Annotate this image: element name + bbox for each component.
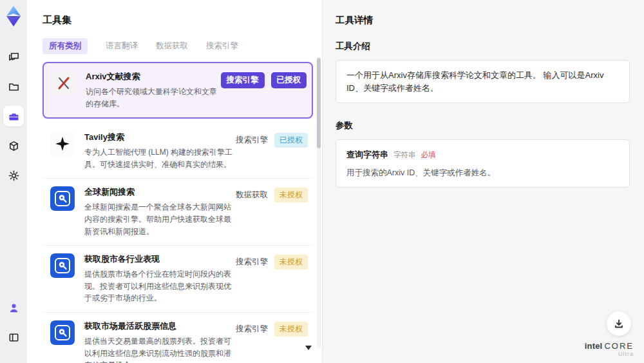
panel-toggle-icon [8, 331, 20, 344]
cube-icon [8, 140, 20, 152]
core-wordmark: CORE [604, 341, 634, 351]
category-badge: 搜索引擎 [221, 72, 265, 88]
intel-core-logo: intelCORE Ultra [585, 340, 634, 358]
user-avatar[interactable] [3, 297, 24, 318]
chat-icon [8, 51, 20, 63]
tool-list-panel: 工具集 所有类别 语言翻译 数据获取 搜索引擎 Arxiv文献搜索 访问各个研究… [27, 0, 322, 363]
tool-intro-text: 一个用于从Arxiv存储库搜索科学论文和文章的工具。 输入可以是Arxiv ID… [336, 60, 630, 103]
sidebar-rail [0, 0, 27, 363]
tavily-icon [50, 132, 75, 156]
tool-title: Tavily搜索 [84, 132, 236, 143]
gear-icon [8, 170, 20, 182]
sidebar-item-chat[interactable] [3, 46, 24, 67]
tool-row[interactable]: Arxiv文献搜索 访问各个研究领域大量科学论文和文章的存储库。 搜索引擎 已授… [43, 62, 313, 119]
ultra-wordmark: Ultra [585, 351, 634, 358]
parameter-description: 用于搜索的Arxiv ID、关键字或作者姓名。 [346, 167, 619, 179]
category-badge: 数据获取 [236, 190, 268, 201]
category-badge: 搜索引擎 [236, 135, 268, 146]
tool-description: 提供股票市场各个行业在特定时间段内的表现。投资者可以利用这些信息来识别表现优于或… [84, 268, 236, 304]
tool-title: 获取股市各行业表现 [84, 253, 236, 265]
auth-status-badge: 已授权 [274, 133, 308, 148]
arxiv-icon [52, 71, 76, 95]
scrollbar[interactable] [317, 57, 321, 348]
search-blue-icon [50, 186, 75, 211]
tool-row[interactable]: 获取市场最活跃股票信息 提供当天交易量最高的股票列表。投资者可以利用这些信息来识… [43, 313, 313, 363]
tool-description: 全球新闻搜索是一个聚合全球各大新闻网站内容的搜索引擎。帮助用户快速获取全球最新资… [84, 201, 236, 237]
parameter-required-badge: 必填 [421, 150, 436, 161]
sidebar-item-settings[interactable] [3, 165, 24, 186]
auth-status-badge: 已授权 [271, 72, 307, 88]
folder-icon [8, 81, 20, 93]
category-badge: 搜索引擎 [236, 257, 268, 268]
category-tab-1[interactable]: 语言翻译 [106, 38, 138, 54]
tool-row[interactable]: Tavily搜索 专为人工智能代理 (LLM) 构建的搜索引擎工具。可快速提供实… [43, 124, 313, 179]
intro-heading: 工具介绍 [336, 41, 630, 52]
auth-status-badge: 未授权 [274, 255, 308, 270]
detail-title: 工具详情 [336, 14, 630, 26]
tool-row[interactable]: 获取股市各行业表现 提供股票市场各个行业在特定时间段内的表现。投资者可以利用这些… [43, 246, 313, 313]
tool-description: 提供当天交易量最高的股票列表。投资者可以利用这些信息来识别流动性强的股票和潜在的… [84, 335, 236, 363]
panel-toggle-button[interactable] [3, 327, 24, 348]
auth-status-badge: 未授权 [274, 322, 308, 337]
tool-title: 全球新闻搜索 [84, 186, 236, 198]
category-badge: 搜索引擎 [236, 324, 268, 335]
toolbox-icon [8, 110, 20, 123]
sidebar-item-tools[interactable] [3, 106, 24, 126]
tool-title: 获取市场最活跃股票信息 [84, 320, 236, 332]
tool-description: 访问各个研究领域大量科学论文和文章的存储库。 [86, 86, 221, 110]
tool-detail-panel: 工具详情 工具介绍 一个用于从Arxiv存储库搜索科学论文和文章的工具。 输入可… [322, 0, 644, 363]
sidebar-item-files[interactable] [3, 76, 24, 97]
tool-list: Arxiv文献搜索 访问各个研究领域大量科学论文和文章的存储库。 搜索引擎 已授… [43, 62, 313, 363]
tool-title: Arxiv文献搜索 [86, 71, 221, 83]
scroll-down-arrow-icon[interactable] [305, 346, 312, 350]
category-tabs: 所有类别 语言翻译 数据获取 搜索引擎 [43, 38, 313, 54]
search-blue-icon [50, 320, 75, 345]
category-tab-3[interactable]: 搜索引擎 [206, 38, 238, 54]
user-icon [8, 302, 20, 314]
tool-description: 专为人工智能代理 (LLM) 构建的搜索引擎工具。可快速提供实时、准确和真实的结… [84, 146, 236, 170]
search-blue-icon [50, 253, 75, 278]
parameter-card: 查询字符串 字符串 必填 用于搜索的Arxiv ID、关键字或作者姓名。 [336, 139, 630, 188]
scrollbar-thumb[interactable] [317, 58, 321, 148]
download-button[interactable] [607, 311, 631, 336]
parameter-name: 查询字符串 [346, 148, 388, 161]
category-tab-2[interactable]: 数据获取 [156, 38, 188, 54]
auth-status-badge: 未授权 [274, 188, 308, 202]
tool-row[interactable]: 全球新闻搜索 全球新闻搜索是一个聚合全球各大新闻网站内容的搜索引擎。帮助用户快速… [43, 179, 313, 246]
category-tab-0[interactable]: 所有类别 [43, 38, 88, 54]
download-icon [614, 319, 624, 329]
app-logo-icon [4, 5, 23, 27]
page-title: 工具集 [43, 14, 313, 26]
sidebar-item-packages[interactable] [3, 135, 24, 156]
parameter-header: 查询字符串 字符串 必填 [346, 148, 619, 161]
params-heading: 参数 [336, 120, 630, 132]
intel-wordmark: intel [585, 341, 603, 351]
parameter-type: 字符串 [393, 150, 416, 161]
app-root: 工具集 所有类别 语言翻译 数据获取 搜索引擎 Arxiv文献搜索 访问各个研究… [0, 0, 644, 363]
